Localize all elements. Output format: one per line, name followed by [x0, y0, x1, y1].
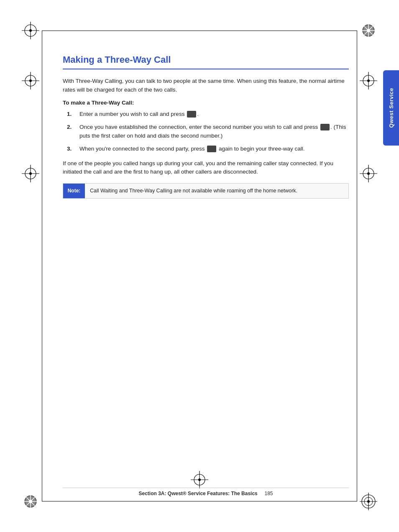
note-content: Call Waiting and Three-Way Calling are n…: [85, 184, 302, 198]
intro-text: With Three-Way Calling, you can talk to …: [63, 77, 349, 95]
note-box: Note: Call Waiting and Three-Way Calling…: [63, 183, 349, 199]
bottom-rule: [42, 501, 357, 501]
reg-mark-tl: [20, 20, 41, 41]
left-rule: [42, 31, 42, 501]
step-1-num: 1.: [67, 110, 77, 119]
title-underline: [63, 69, 349, 69]
top-rule: [42, 31, 357, 31]
step-1: 1. Enter a number you wish to call and p…: [67, 110, 349, 119]
svg-point-9: [367, 29, 370, 32]
footer-text: Section 3A: Qwest® Service Features: The…: [139, 491, 258, 496]
side-tab: Qwest Service: [383, 70, 399, 146]
step-2: 2. Once you have established the connect…: [67, 123, 349, 141]
svg-point-36: [367, 172, 370, 175]
main-content: Making a Three-Way Call With Three-Way C…: [63, 54, 349, 199]
step-3: 3. When you're connected to the second p…: [67, 145, 349, 153]
svg-point-3: [29, 29, 32, 32]
svg-point-24: [29, 79, 32, 82]
step-3-num: 3.: [67, 145, 77, 153]
step-1-content: Enter a number you wish to call and pres…: [79, 110, 349, 119]
phone-button-icon-3: [207, 146, 216, 152]
phone-button-icon-2: [320, 124, 330, 130]
svg-point-15: [29, 500, 32, 503]
right-rule: [357, 31, 357, 501]
note-label: Note:: [63, 184, 85, 198]
svg-point-20: [367, 500, 370, 503]
page-title: Making a Three-Way Call: [63, 54, 349, 65]
reg-mark-tr: [358, 20, 379, 41]
reg-mark-ml2: [20, 163, 41, 184]
reg-mark-ml: [20, 70, 41, 91]
svg-point-28: [367, 79, 370, 82]
svg-point-32: [29, 172, 32, 175]
reg-mark-mr2: [358, 163, 379, 184]
side-tab-label: Qwest Service: [388, 88, 394, 128]
svg-point-40: [198, 478, 201, 481]
step-2-content: Once you have established the connection…: [79, 123, 349, 141]
reg-mark-br: [358, 491, 379, 512]
step-2-num: 2.: [67, 123, 77, 132]
reg-mark-mb: [189, 469, 210, 490]
steps-list: 1. Enter a number you wish to call and p…: [67, 110, 349, 153]
step-3-content: When you're connected to the second part…: [79, 145, 349, 153]
body-text-2: If one of the people you called hangs up…: [63, 159, 349, 177]
reg-mark-mr: [358, 70, 379, 91]
page-number: 185: [264, 491, 273, 496]
phone-button-icon-1: [187, 111, 196, 118]
footer: Section 3A: Qwest® Service Features: The…: [63, 488, 349, 496]
reg-mark-bl: [20, 491, 41, 512]
section-label: To make a Three-Way Call:: [63, 100, 349, 106]
